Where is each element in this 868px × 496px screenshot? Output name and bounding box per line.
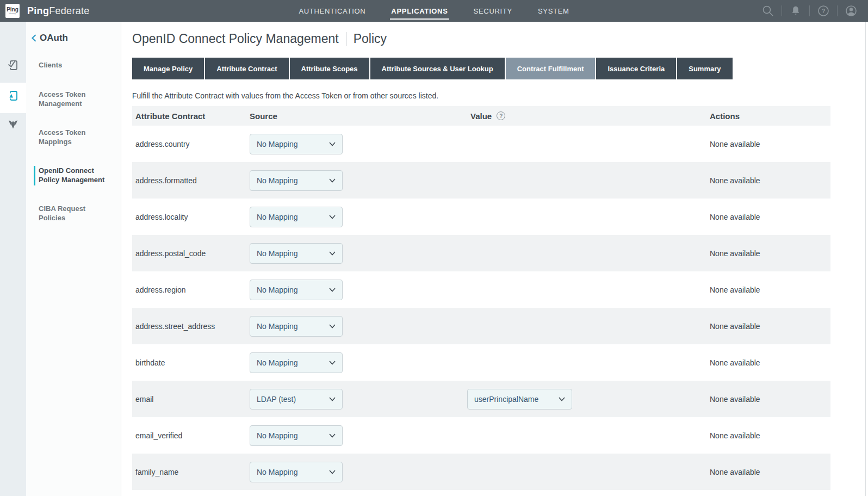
nav-applications[interactable]: APPLICATIONS <box>391 7 448 15</box>
actions-text: None available <box>710 431 830 440</box>
source-dropdown-value: No Mapping <box>257 249 298 258</box>
table-row: family_name No Mapping None available <box>132 454 830 490</box>
clients-icon[interactable] <box>7 59 20 72</box>
top-bar: Ping Identity. PingFederate AUTHENTICATI… <box>0 0 868 22</box>
sidebar-item-ciba-request-policies[interactable]: CIBA Request Policies <box>39 204 110 222</box>
ping-logo-subtext: Identity. <box>9 13 16 15</box>
source-dropdown[interactable]: LDAP (test) <box>250 389 343 410</box>
attribute-name: email_verified <box>132 431 250 440</box>
column-value: Value ? <box>467 111 710 121</box>
value-dropdown[interactable]: userPrincipalName <box>467 389 572 410</box>
source-dropdown-value: No Mapping <box>257 468 298 476</box>
source-dropdown-value: No Mapping <box>257 176 298 185</box>
brand-title: PingFederate <box>27 5 90 17</box>
sidebar-back-label: OAuth <box>40 33 68 44</box>
table-row: address.postal_code No Mapping None avai… <box>132 235 830 271</box>
attribute-name: family_name <box>132 468 250 476</box>
source-dropdown[interactable]: No Mapping <box>250 352 343 373</box>
table-row: address.locality No Mapping None availab… <box>132 199 830 235</box>
sidebar: OAuth Clients Access Token Management Ac… <box>26 22 121 496</box>
page-title-text: OpenID Connect Policy Management <box>132 32 339 46</box>
source-dropdown-value: No Mapping <box>257 213 298 221</box>
table-row: address.region No Mapping None available <box>132 271 830 308</box>
notifications-bell-icon[interactable] <box>789 4 802 17</box>
policy-shield-icon[interactable] <box>7 117 20 131</box>
source-dropdown[interactable]: No Mapping <box>250 316 343 337</box>
chevron-down-icon <box>329 288 336 292</box>
source-dropdown[interactable]: No Mapping <box>250 134 343 154</box>
source-dropdown-value: No Mapping <box>257 431 298 440</box>
chevron-down-icon <box>329 178 336 183</box>
sidebar-item-clients[interactable]: Clients <box>39 60 110 70</box>
main-content: OpenID Connect Policy Management Policy … <box>132 22 830 490</box>
search-icon[interactable] <box>761 4 774 17</box>
tab-summary[interactable]: Summary <box>677 58 732 79</box>
source-dropdown[interactable]: No Mapping <box>250 425 343 446</box>
primary-nav: AUTHENTICATION APPLICATIONS SECURITY SYS… <box>0 0 868 22</box>
brand-title-bold: Ping <box>27 5 49 16</box>
attribute-name: address.region <box>132 286 250 294</box>
contract-fulfillment-table: Attribute Contract Source Value ? Action… <box>132 106 830 490</box>
nav-authentication[interactable]: AUTHENTICATION <box>299 7 365 15</box>
chevron-down-icon <box>329 142 336 146</box>
attribute-name: address.postal_code <box>132 249 250 258</box>
brand-title-light: Federate <box>49 5 89 16</box>
divider <box>809 5 810 16</box>
attribute-name: address.formatted <box>132 176 250 185</box>
actions-text: None available <box>710 249 830 258</box>
attribute-name: email <box>132 395 250 404</box>
access-token-icon[interactable] <box>7 89 20 102</box>
tab-attribute-scopes[interactable]: Attribute Scopes <box>290 58 369 79</box>
policy-tabs: Manage Policy Attribute Contract Attribu… <box>132 58 830 79</box>
tab-contract-fulfillment[interactable]: Contract Fulfillment <box>506 58 596 79</box>
source-dropdown[interactable]: No Mapping <box>250 207 343 227</box>
help-icon[interactable]: ? <box>817 4 830 17</box>
nav-security[interactable]: SECURITY <box>474 7 512 15</box>
table-row: address.street_address No Mapping None a… <box>132 308 830 344</box>
column-actions: Actions <box>710 111 830 121</box>
chevron-down-icon <box>329 215 336 219</box>
tab-manage-policy[interactable]: Manage Policy <box>132 58 204 79</box>
value-dropdown-value: userPrincipalName <box>474 395 538 404</box>
value-help-icon[interactable]: ? <box>497 111 505 120</box>
nav-system[interactable]: SYSTEM <box>538 7 569 15</box>
table-row: address.country No Mapping None availabl… <box>132 126 830 162</box>
topbar-icon-group: ? <box>754 0 865 22</box>
chevron-down-icon <box>329 433 336 438</box>
column-attribute-contract: Attribute Contract <box>132 111 250 121</box>
attribute-name: birthdate <box>132 358 250 367</box>
table-row: birthdate No Mapping None available <box>132 344 830 381</box>
attribute-name: address.country <box>132 140 250 148</box>
tab-attribute-contract[interactable]: Attribute Contract <box>205 58 288 79</box>
source-dropdown[interactable]: No Mapping <box>250 243 343 264</box>
source-dropdown[interactable]: No Mapping <box>250 170 343 191</box>
chevron-down-icon <box>329 361 336 365</box>
ping-logo: Ping Identity. <box>5 4 20 18</box>
source-dropdown-value: No Mapping <box>257 358 298 367</box>
actions-text: None available <box>710 358 830 367</box>
sidebar-item-access-token-mappings[interactable]: Access Token Mappings <box>39 128 110 146</box>
sidebar-item-access-token-management[interactable]: Access Token Management <box>39 90 110 108</box>
actions-text: None available <box>710 140 830 148</box>
page-subtitle: Policy <box>354 32 387 46</box>
chevron-down-icon <box>329 251 336 256</box>
sidebar-item-openid-connect-policy-management[interactable]: OpenID Connect Policy Management <box>39 166 110 184</box>
table-row: email LDAP (test) userPrincipalName None… <box>132 381 830 417</box>
divider <box>837 5 838 16</box>
actions-text: None available <box>710 286 830 294</box>
actions-text: None available <box>710 395 830 404</box>
table-header: Attribute Contract Source Value ? Action… <box>132 106 830 126</box>
source-dropdown[interactable]: No Mapping <box>250 280 343 300</box>
sidebar-back-oauth[interactable]: OAuth <box>31 33 68 44</box>
tab-issuance-criteria[interactable]: Issuance Criteria <box>596 58 676 79</box>
sidebar-icon-rail <box>0 22 26 496</box>
page-description: Fulfill the Attribute Contract with valu… <box>132 91 830 100</box>
tab-attribute-sources-user-lookup[interactable]: Attribute Sources & User Lookup <box>370 58 505 79</box>
chevron-down-icon <box>329 397 336 401</box>
column-source: Source <box>250 111 467 121</box>
page-title: OpenID Connect Policy Management Policy <box>132 32 830 46</box>
chevron-down-icon <box>329 324 336 328</box>
user-account-icon[interactable] <box>845 4 858 17</box>
scrollbar[interactable] <box>865 22 868 496</box>
source-dropdown[interactable]: No Mapping <box>250 462 343 482</box>
